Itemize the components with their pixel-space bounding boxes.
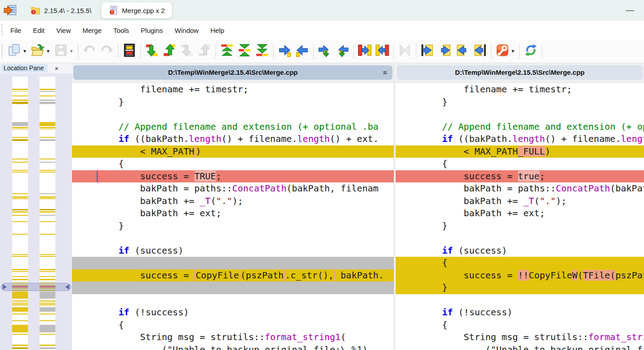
first-difference-button[interactable] [218, 42, 236, 61]
code-line[interactable]: < MAX_PATH) [72, 145, 394, 158]
code-line[interactable]: if (!success) [396, 306, 644, 319]
menu-item-window[interactable]: Window [169, 24, 204, 37]
diff-location-stripe [40, 95, 55, 96]
code-line[interactable] [396, 108, 644, 121]
code-line[interactable]: if ((bakPath.length() + filename.length(… [396, 133, 644, 145]
code-line[interactable] [72, 108, 394, 121]
code-editor-left[interactable]: filename += timestr; } // Append filenam… [72, 83, 394, 350]
code-line[interactable]: { [396, 257, 644, 269]
minimize-button[interactable]: — [624, 5, 636, 14]
header-menu-icon[interactable]: ≡ [383, 65, 387, 80]
copy-left-and-advance-button[interactable] [333, 42, 351, 61]
menu-item-edit[interactable]: Edit [27, 24, 50, 37]
code-line[interactable]: // Append filename and extension (+ opti… [72, 121, 394, 133]
code-line[interactable]: } [72, 220, 394, 232]
code-line[interactable]: success = !!CopyFileW(TFile(pszPath [396, 269, 644, 282]
refresh-button[interactable] [522, 42, 540, 61]
code-line[interactable]: } [72, 96, 394, 109]
close-icon[interactable]: × [53, 65, 60, 72]
code-line[interactable]: if (success) [72, 245, 394, 257]
code-line[interactable]: ("Unable to backup original file:\ %1) [396, 344, 644, 350]
code-line[interactable]: bakPath = paths::ConcatPath(bakPath, fil… [396, 182, 644, 195]
code-line[interactable]: String msg = strutils::format_string1( [72, 331, 394, 344]
last-difference-button[interactable] [253, 42, 271, 61]
diff-options-button[interactable] [121, 42, 138, 61]
options-button[interactable]: ▼ [494, 42, 517, 61]
menu-item-view[interactable]: View [50, 24, 77, 37]
open-button[interactable]: ▼ [29, 42, 52, 61]
redo-button[interactable] [98, 42, 116, 61]
code-line[interactable]: // Append filename and extension (+ opti… [396, 121, 644, 133]
first-file-button[interactable] [419, 42, 436, 61]
code-line[interactable] [72, 257, 394, 269]
dropdown-arrow-icon[interactable]: ▼ [46, 49, 50, 54]
code-line[interactable] [72, 232, 394, 245]
toolbar-grip[interactable] [1, 24, 3, 36]
code-line[interactable]: } [396, 282, 644, 294]
copy-all-left-button[interactable] [374, 42, 391, 61]
code-line[interactable]: bakPath += ext; [396, 207, 644, 220]
menu-item-help[interactable]: Help [204, 24, 230, 37]
menu-item-merge[interactable]: Merge [77, 24, 108, 37]
menu-item-file[interactable]: File [5, 24, 27, 37]
code-line[interactable]: bakPath = paths::ConcatPath(bakPath, fil… [72, 182, 394, 195]
dropdown-arrow-icon[interactable]: ▼ [23, 49, 27, 54]
code-line[interactable]: filename += timestr; [396, 83, 644, 96]
toolbar-grip[interactable] [1, 44, 3, 58]
code-line[interactable]: if (success) [396, 245, 644, 257]
code-line[interactable]: } [396, 220, 644, 232]
dropdown-arrow-icon[interactable]: ▼ [69, 49, 74, 54]
copy-all-right-button[interactable] [356, 42, 374, 61]
code-line[interactable]: bakPath += _T("."); [396, 195, 644, 208]
previous-difference-button[interactable] [161, 42, 178, 61]
code-line[interactable]: String msg = strutils::format_string1( [396, 331, 644, 344]
file-path-header-left[interactable]: D:\Temp\WinMerge\2.15.4\Src\Merge.cpp ≡ [73, 65, 392, 80]
undo-button[interactable] [81, 42, 98, 61]
dropdown-arrow-icon[interactable]: ▼ [511, 49, 515, 54]
last-file-button[interactable] [471, 42, 489, 61]
file-path-header-right[interactable]: D:\Temp\WinMerge\2.15.5\Src\Merge.cpp [397, 65, 643, 80]
code-line[interactable] [72, 282, 394, 294]
code-line[interactable]: bakPath += _T("."); [72, 195, 394, 208]
location-viewport-indicator[interactable] [1, 283, 71, 291]
code-line[interactable]: filename += timestr; [72, 83, 394, 96]
code-line[interactable]: { [72, 319, 394, 332]
current-difference-button[interactable] [236, 42, 253, 61]
code-line[interactable]: } [396, 96, 644, 109]
tab-label: Merge.cpp x 2 [122, 7, 165, 14]
code-line[interactable] [396, 294, 644, 307]
previous-conflict-button[interactable] [196, 42, 213, 61]
auto-merge-button[interactable] [396, 42, 414, 61]
save-icon [54, 43, 68, 59]
new-file-button[interactable]: ▼ [5, 42, 29, 61]
menu-item-tools[interactable]: Tools [108, 24, 135, 37]
save-button[interactable]: ▼ [52, 42, 76, 61]
code-line[interactable]: { [396, 158, 644, 170]
next-file-button[interactable] [454, 42, 471, 61]
menu-item-plugins[interactable]: Plugins [135, 24, 169, 37]
code-line[interactable]: success = TRUE; [72, 170, 394, 183]
code-line[interactable] [396, 232, 644, 245]
code-line[interactable]: success = true; [396, 170, 644, 183]
next-conflict-button[interactable] [178, 42, 196, 61]
code-line[interactable]: { [72, 158, 394, 170]
copy-right-and-advance-button[interactable] [316, 42, 333, 61]
code-line[interactable]: bakPath += ext; [72, 207, 394, 220]
copy-left-button[interactable] [293, 42, 311, 61]
code-line[interactable]: < MAX_PATH_FULL) [396, 145, 644, 158]
tab-folder-compare[interactable]: 2.15.4\ - 2.15.5\ [23, 2, 99, 18]
copy-right-button[interactable] [276, 42, 293, 61]
code-line[interactable]: ("Unable to backup original file:\ %1) [72, 344, 394, 350]
code-line[interactable]: success = CopyFile(pszPath.c_str(), bakP… [72, 269, 394, 282]
tab-file-compare[interactable]: Merge.cpp x 2 [101, 2, 172, 18]
previous-file-button[interactable] [436, 42, 454, 61]
code-text: filename += timestr; [420, 84, 572, 95]
location-bar-right[interactable] [40, 77, 55, 350]
code-line[interactable]: { [396, 319, 644, 332]
next-difference-button[interactable] [143, 42, 161, 61]
code-line[interactable]: if ((bakPath.length() + filename.length(… [72, 133, 394, 145]
code-editor-right[interactable]: filename += timestr; } // Append filenam… [396, 83, 644, 350]
code-line[interactable]: if (!success) [72, 306, 394, 319]
location-bar-left[interactable] [12, 77, 28, 350]
code-line[interactable] [72, 294, 394, 307]
